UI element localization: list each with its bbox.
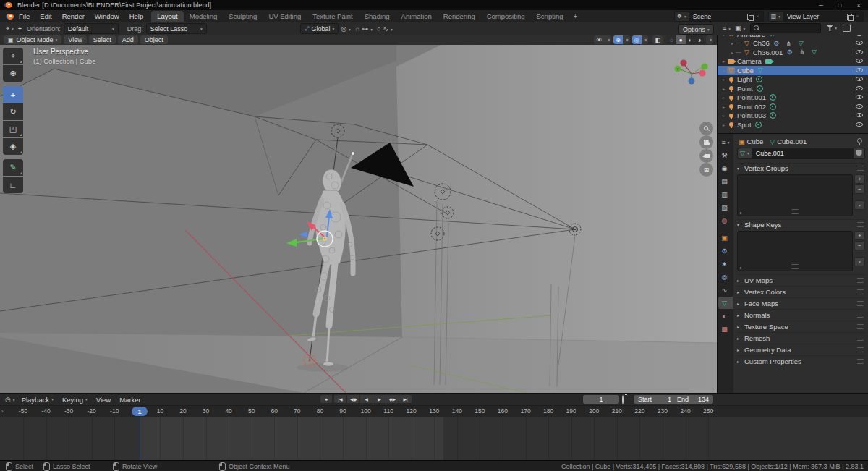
xray-toggle[interactable]: ◧ [652, 35, 663, 44]
minimize-button[interactable]: ─ [812, 0, 830, 10]
hide-toggle[interactable] [856, 103, 863, 111]
shape-keys-list[interactable]: ▸ [737, 231, 853, 271]
add-vertex-group-button[interactable]: + [854, 174, 865, 184]
jump-to-start-button[interactable]: |◀ [334, 395, 347, 403]
tab-scripting[interactable]: Scripting [531, 11, 569, 22]
view-layer-tab[interactable]: ▥ [718, 188, 733, 200]
panel-face-maps[interactable]: ▸Face Maps [737, 297, 865, 309]
play-button[interactable]: ▶ [373, 395, 386, 403]
tab-uv-editing[interactable]: UV Editing [263, 11, 307, 22]
new-scene-icon[interactable] [747, 14, 753, 20]
play-reverse-button[interactable]: ◀ [360, 395, 373, 403]
outliner-row-camera[interactable]: ▸Camera [718, 57, 868, 67]
jump-next-keyframe-button[interactable]: ◆▶ [386, 395, 399, 403]
start-frame-field[interactable]: Start1 [634, 395, 676, 404]
outliner-row-point[interactable]: ▸Point [718, 84, 868, 93]
viewport-menu-select[interactable]: Select [89, 35, 116, 44]
shading-solid-button[interactable]: ● [676, 35, 686, 44]
drag-handle-icon[interactable] [857, 359, 864, 364]
tool-tab[interactable]: ⚒ [718, 149, 733, 161]
remove-shape-key-button[interactable]: − [854, 241, 865, 250]
output-tab[interactable]: ▤ [718, 175, 733, 187]
outliner-row-ch36-001[interactable]: ▸▽Ch36.001⚙⋔▽ [718, 48, 868, 57]
shape-key-specials-button[interactable]: ▾ [854, 257, 865, 266]
move-gizmo-icon[interactable]: + [16, 25, 24, 33]
material-tab[interactable]: ◐ [718, 310, 733, 322]
constraints-tab[interactable]: ∿ [718, 284, 733, 296]
active-tool-icon[interactable]: ⌖▾ [4, 25, 16, 33]
panel-custom-properties[interactable]: ▸Custom Properties [737, 355, 865, 367]
rotate-tool[interactable]: ↻ [3, 103, 23, 120]
mode-dropdown[interactable]: ▣ Object Mode▾ [4, 35, 61, 44]
panel-normals[interactable]: ▸Normals [737, 309, 865, 321]
outliner-filter-icon[interactable]: ▾ [825, 25, 839, 31]
outliner-row-light[interactable]: ▸Light [718, 75, 868, 85]
tab-texture-paint[interactable]: Texture Paint [307, 11, 358, 22]
drag-handle-icon[interactable] [857, 301, 864, 306]
pin-icon[interactable] [856, 138, 862, 145]
breadcrumb-object[interactable]: Cube [747, 137, 764, 145]
vertex-group-specials-button[interactable]: ▾ [854, 200, 865, 210]
maximize-button[interactable]: □ [830, 0, 849, 10]
overlays-dropdown[interactable]: ◎▾ [632, 35, 649, 44]
view-layer-selector[interactable]: ▥▾ View Layer × [768, 12, 864, 21]
world-tab[interactable]: ◍ [718, 214, 733, 226]
outliner-row-point-001[interactable]: ▸Point.001 [718, 93, 868, 103]
disclosure-icon[interactable]: ▸ [729, 50, 736, 55]
outliner-search[interactable] [750, 23, 821, 33]
hide-toggle[interactable] [856, 75, 863, 83]
disclosure-icon[interactable]: ▸ [720, 104, 727, 109]
panel-remesh[interactable]: ▸Remesh [737, 332, 865, 344]
disclosure-icon[interactable]: ▸ [720, 59, 727, 64]
new-view-layer-icon[interactable] [847, 14, 853, 20]
tab-modeling[interactable]: Modeling [184, 11, 224, 22]
disclosure-icon[interactable]: ▸ [720, 77, 727, 82]
outliner-row-ch36[interactable]: ▸▽Ch36⚙⋔▽ [718, 39, 868, 48]
annotate-tool[interactable]: ✎ [3, 159, 23, 176]
disclosure-icon[interactable]: ▸ [720, 68, 727, 73]
drag-handle-icon[interactable] [857, 347, 864, 352]
stopwatch-icon[interactable] [622, 396, 624, 404]
tab-sculpting[interactable]: Sculpting [223, 11, 263, 22]
drag-handle-icon[interactable] [857, 313, 864, 318]
menu-file[interactable]: File [14, 12, 35, 20]
auto-keyframe-record-button[interactable]: ● [320, 395, 332, 403]
drag-handle-icon[interactable] [857, 222, 864, 227]
outliner-row-point-002[interactable]: ▸Point.002 [718, 102, 868, 111]
falloff-dropdown[interactable]: ∿▾ [383, 25, 394, 33]
timeline-menu-playback[interactable]: Playback▾ [17, 396, 58, 404]
disclosure-icon[interactable]: ▸ [720, 86, 727, 91]
disclosure-icon[interactable]: ▸ [720, 95, 727, 100]
blender-menu-icon[interactable] [6, 14, 14, 20]
disclosure-icon[interactable]: ▸ [720, 122, 727, 127]
gizmos-dropdown[interactable]: ⊕▾ [613, 35, 629, 44]
viewport-menu-add[interactable]: Add [118, 35, 138, 44]
snap-magnet-icon[interactable]: ∩ [353, 25, 362, 33]
scale-tool[interactable]: ◰ [3, 121, 23, 137]
scene-tab[interactable]: ▧ [718, 201, 733, 213]
new-collection-button[interactable] [843, 25, 851, 32]
outliner-row-cube[interactable]: ▸▽Cube▽ [718, 66, 868, 75]
add-workspace-button[interactable]: + [569, 12, 582, 20]
timeline-menu-marker[interactable]: Marker [115, 396, 145, 404]
menu-help[interactable]: Help [124, 12, 149, 20]
panel-uv-maps[interactable]: ▸UV Maps [737, 274, 865, 286]
hide-toggle[interactable] [856, 35, 863, 38]
vertex-groups-header[interactable]: ▾Vertex Groups [737, 163, 865, 173]
hide-toggle[interactable] [856, 67, 863, 75]
shading-rendered-button[interactable]: ◕ [694, 35, 704, 44]
shading-dropdown[interactable]: ▾ [706, 35, 713, 44]
tab-animation[interactable]: Animation [396, 11, 438, 22]
shape-keys-header[interactable]: ▾Shape Keys [737, 219, 865, 229]
jump-to-end-button[interactable]: ▶| [399, 395, 412, 403]
menu-edit[interactable]: Edit [35, 12, 56, 20]
outliner-row-point-003[interactable]: ▸Point.003 [718, 111, 868, 121]
hide-toggle[interactable] [856, 39, 863, 47]
drag-handle-icon[interactable] [857, 278, 864, 283]
vertex-groups-list[interactable]: ▸ [737, 174, 853, 216]
drag-handle-icon[interactable] [857, 336, 864, 341]
timeline-ruler[interactable]: › ‹ -50-40-30-20-10110203040506070809010… [0, 406, 868, 417]
panel-texture-space[interactable]: ▸Texture Space [737, 321, 865, 332]
object-visibility-dropdown[interactable]: 👁▾ [594, 35, 611, 44]
transform-orientation-dropdown[interactable]: ⤢ Global▾ [300, 23, 339, 34]
